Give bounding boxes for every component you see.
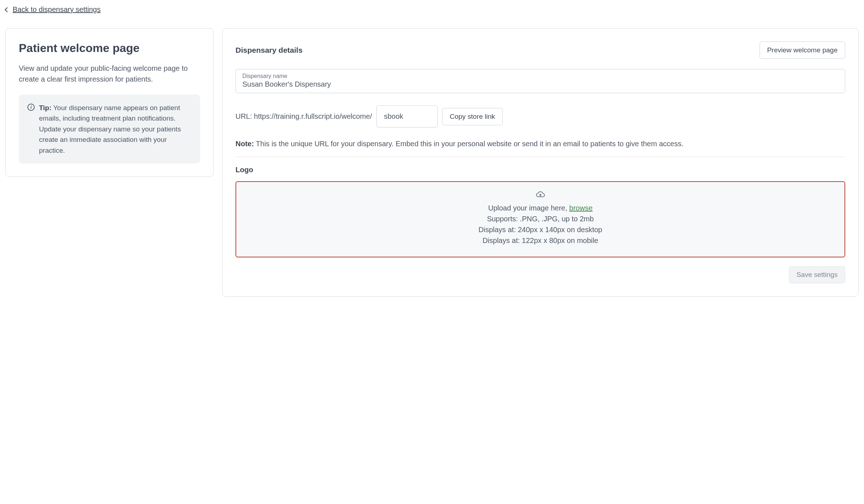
upload-text-prefix: Upload your image here,	[488, 204, 569, 212]
dispensary-name-input[interactable]	[242, 80, 838, 88]
dispensary-name-field[interactable]: Dispensary name	[236, 69, 845, 93]
dispensary-name-label: Dispensary name	[242, 73, 838, 79]
url-prefix-label: URL: https://training.r.fullscript.io/we…	[236, 112, 372, 121]
upload-supports-line: Supports: .PNG, .JPG, up to 2mb	[243, 213, 837, 224]
save-settings-button[interactable]: Save settings	[789, 266, 845, 283]
note-label: Note:	[236, 140, 254, 148]
details-header: Dispensary details Preview welcome page	[236, 42, 845, 59]
tip-text: Tip: Your dispensary name appears on pat…	[39, 103, 191, 156]
browse-link[interactable]: browse	[569, 204, 592, 212]
preview-welcome-page-button[interactable]: Preview welcome page	[760, 42, 845, 59]
tip-body: Your dispensary name appears on patient …	[39, 104, 181, 154]
note-body: This is the unique URL for your dispensa…	[256, 140, 683, 148]
tip-label: Tip:	[39, 104, 51, 112]
url-note: Note: This is the unique URL for your di…	[236, 138, 845, 149]
copy-store-link-button[interactable]: Copy store link	[442, 108, 503, 125]
logo-heading: Logo	[236, 166, 845, 174]
divider	[236, 157, 845, 157]
details-heading: Dispensary details	[236, 46, 303, 55]
page-description: View and update your public-facing welco…	[19, 63, 200, 84]
footer-row: Save settings	[236, 266, 845, 283]
tip-box: i Tip: Your dispensary name appears on p…	[19, 95, 200, 164]
upload-line-1: Upload your image here, browse	[243, 203, 837, 213]
info-icon: i	[27, 104, 35, 111]
back-link[interactable]: Back to dispensary settings	[13, 5, 100, 14]
cloud-upload-icon	[536, 191, 545, 200]
welcome-info-card: Patient welcome page View and update you…	[5, 28, 213, 177]
page-title: Patient welcome page	[19, 42, 200, 55]
chevron-left-icon	[5, 7, 10, 12]
url-row: URL: https://training.r.fullscript.io/we…	[236, 105, 845, 127]
logo-upload-box[interactable]: Upload your image here, browse Supports:…	[236, 181, 845, 257]
upload-desktop-line: Displays at: 240px x 140px on desktop	[243, 224, 837, 235]
back-link-row[interactable]: Back to dispensary settings	[5, 5, 859, 14]
url-slug-input[interactable]	[376, 105, 438, 127]
upload-mobile-line: Displays at: 122px x 80px on mobile	[243, 235, 837, 246]
dispensary-details-card: Dispensary details Preview welcome page …	[222, 28, 859, 297]
